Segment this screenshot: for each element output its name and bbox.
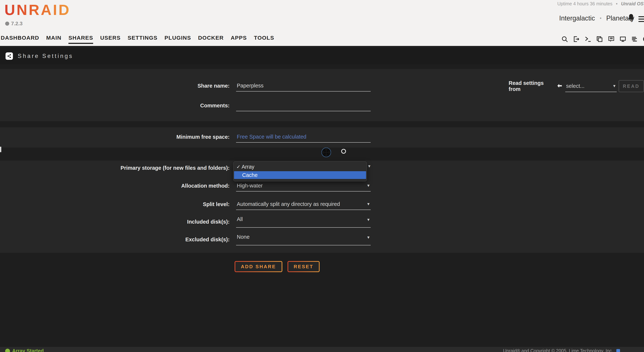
- separator-dot: •: [600, 15, 602, 21]
- server-identity: Intergalactic • Planetary: [559, 14, 634, 22]
- row-excluded-disks: Excluded disk(s): None ▼: [0, 234, 380, 245]
- share-name-label: Share name:: [0, 80, 230, 92]
- main-nav: DASHBOARD MAIN SHARES USERS SETTINGS PLU…: [1, 35, 274, 44]
- edge-marker: [0, 147, 1, 152]
- primary-storage-dropdown: ✓ Array Cache: [233, 162, 367, 181]
- option-label: Cache: [242, 172, 258, 178]
- chevron-down-icon: ▼: [612, 84, 617, 88]
- profile-icon[interactable]: [642, 36, 644, 43]
- chevron-down-icon: ▼: [366, 218, 371, 222]
- page-titlebar: Share Settings: [0, 48, 644, 64]
- split-level-value: Automatically split any directory as req…: [236, 201, 366, 207]
- min-free-space-label: Minimum free space:: [0, 131, 230, 142]
- page-content: Share Settings Share name: Read settings…: [0, 46, 644, 352]
- dropdown-option-array[interactable]: ✓ Array: [234, 163, 367, 170]
- row-split-level: Split level: Automatically split any dir…: [0, 198, 380, 210]
- chevron-down-icon: ▼: [366, 184, 371, 188]
- logout-icon[interactable]: [573, 36, 580, 43]
- included-disks-select[interactable]: All ▼: [236, 216, 371, 228]
- chevron-down-icon: ▼: [367, 164, 371, 168]
- read-settings-cluster: Read settings from select... ▼ READ: [509, 80, 644, 92]
- menu-hamburger-icon[interactable]: [638, 16, 644, 24]
- reset-button[interactable]: RESET: [288, 261, 320, 272]
- record-dot-icon: [341, 149, 346, 154]
- read-settings-select[interactable]: select... ▼: [565, 80, 616, 92]
- nav-plugins[interactable]: PLUGINS: [164, 35, 191, 44]
- os-edition-text: Unraid OS Starter: [621, 1, 644, 6]
- monitor-icon[interactable]: [619, 36, 626, 43]
- allocation-method-label: Allocation method:: [0, 180, 230, 192]
- status-dot-icon: [5, 349, 10, 352]
- comments-label: Comments:: [0, 100, 230, 111]
- separator-dot: •: [616, 1, 618, 6]
- copyright-text: Unraid® and Copyright © 2005, Lime Techn…: [503, 348, 613, 352]
- add-share-button[interactable]: ADD SHARE: [234, 261, 282, 272]
- share-icon: [6, 52, 13, 60]
- header-toolbar: [561, 36, 644, 43]
- feedback-icon[interactable]: [608, 36, 615, 43]
- nav-settings[interactable]: SETTINGS: [128, 35, 158, 44]
- split-level-select[interactable]: Automatically split any directory as req…: [236, 198, 371, 210]
- copyright: Unraid® and Copyright © 2005, Lime Techn…: [503, 348, 620, 352]
- nav-docker[interactable]: DOCKER: [198, 35, 224, 44]
- read-button[interactable]: READ: [618, 80, 644, 92]
- page-title: Share Settings: [18, 53, 73, 60]
- included-disks-label: Included disk(s):: [0, 216, 230, 228]
- header: UNRAID 7.2.3 Uptime 4 hours 36 minutes •…: [0, 0, 644, 46]
- terminal-icon[interactable]: [584, 36, 592, 43]
- row-included-disks: Included disk(s): All ▼: [0, 216, 380, 228]
- arrow-left-icon: [557, 83, 562, 89]
- unraid-logo[interactable]: UNRAID: [4, 2, 71, 18]
- footer: Array Started Unraid® and Copyright © 20…: [0, 347, 644, 352]
- share-name-input[interactable]: [236, 80, 371, 91]
- included-disks-value: All: [236, 216, 366, 222]
- min-free-space-input[interactable]: [236, 131, 371, 142]
- nav-shares[interactable]: SHARES: [68, 35, 93, 44]
- notifications-bell-icon[interactable]: [627, 13, 636, 23]
- version-dot-icon: [5, 22, 9, 26]
- primary-storage-label: Primary storage (for new files and folde…: [0, 162, 230, 174]
- excluded-disks-select[interactable]: None ▼: [236, 234, 371, 245]
- uptime-line: Uptime 4 hours 36 minutes • Unraid OS St…: [557, 1, 644, 6]
- read-select-value: select...: [565, 83, 612, 89]
- nav-dashboard[interactable]: DASHBOARD: [1, 35, 39, 44]
- copy-windows-icon[interactable]: [596, 36, 603, 43]
- allocation-method-value: High-water: [236, 183, 366, 189]
- version-badge: 7.2.3: [5, 21, 22, 26]
- check-icon: ✓: [236, 164, 240, 170]
- log-icon[interactable]: [631, 36, 638, 43]
- excluded-disks-value: None: [236, 234, 366, 240]
- row-share-name: Share name:: [0, 80, 380, 92]
- version-label: 7.2.3: [11, 21, 22, 26]
- unraid-webgui: UNRAID 7.2.3 Uptime 4 hours 36 minutes •…: [0, 0, 644, 352]
- search-icon[interactable]: [561, 36, 568, 43]
- footer-link-icon[interactable]: [616, 349, 620, 352]
- section-identity: [0, 69, 644, 121]
- split-level-label: Split level:: [0, 198, 230, 210]
- excluded-disks-label: Excluded disk(s):: [0, 234, 230, 245]
- server-name: Intergalactic: [559, 14, 595, 22]
- chevron-down-icon: ▼: [366, 235, 371, 240]
- nav-tools[interactable]: TOOLS: [254, 35, 274, 44]
- form-actions: ADD SHARE RESET: [234, 261, 320, 272]
- nav-apps[interactable]: APPS: [231, 35, 247, 44]
- nav-users[interactable]: USERS: [100, 35, 120, 44]
- move-cursor-icon: [321, 147, 332, 158]
- array-status-text: Array Started: [12, 348, 44, 352]
- dropdown-option-cache[interactable]: Cache: [234, 171, 366, 179]
- allocation-method-select[interactable]: High-water ▼: [236, 180, 371, 192]
- option-label: Array: [242, 164, 254, 170]
- read-settings-label: Read settings from: [509, 80, 554, 92]
- row-min-free-space: Minimum free space:: [0, 131, 380, 142]
- row-comments: Comments:: [0, 100, 380, 111]
- row-allocation-method: Allocation method: High-water ▼: [0, 180, 380, 192]
- array-status: Array Started: [5, 348, 44, 352]
- comments-input[interactable]: [236, 100, 371, 111]
- nav-main[interactable]: MAIN: [46, 35, 62, 44]
- uptime-text: Uptime 4 hours 36 minutes: [557, 1, 612, 6]
- chevron-down-icon: ▼: [366, 202, 371, 206]
